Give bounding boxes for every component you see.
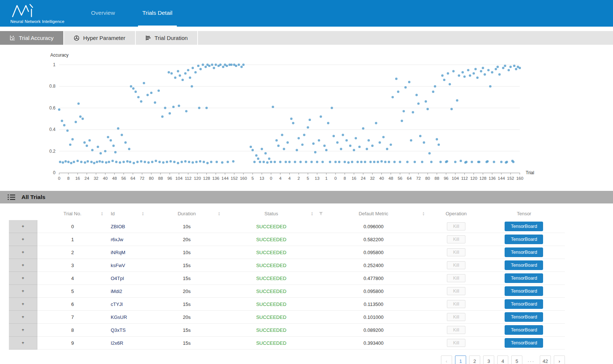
nav-item-trials-detail[interactable]: Trials Detail [138, 0, 177, 27]
svg-text:152: 152 [507, 176, 514, 181]
kill-button[interactable]: Kill [447, 326, 466, 334]
tab-label: Hyper Parameter [83, 35, 125, 41]
pagination-page[interactable]: 42 [540, 355, 551, 364]
expand-row-button[interactable]: + [9, 298, 37, 311]
scatter-point [338, 161, 340, 163]
scatter-point [98, 160, 101, 162]
tensorboard-button[interactable]: TensorBoard [505, 338, 543, 348]
expand-row-button[interactable]: + [9, 259, 37, 272]
sort-icon[interactable]: ▲▼ [218, 212, 220, 216]
scatter-point [240, 66, 243, 68]
scatter-point [177, 162, 179, 164]
svg-text:0: 0 [334, 176, 337, 181]
tensorboard-button[interactable]: TensorBoard [505, 325, 543, 335]
tab-trial-duration[interactable]: Trial Duration [136, 31, 198, 45]
trials-table: Trial No. ▲▼ Id ▲▼ Duration ▲▼ Status ▲▼ [9, 207, 565, 350]
expand-row-button[interactable]: + [9, 337, 37, 350]
tab-hyper-parameter[interactable]: Hyper Parameter [64, 31, 136, 45]
scatter-point [380, 160, 383, 162]
tensorboard-button[interactable]: TensorBoard [505, 312, 543, 322]
col-header-tensor: Tensor [483, 207, 565, 220]
sort-icon[interactable]: ▲▼ [101, 212, 103, 216]
scatter-point [508, 69, 510, 71]
pagination-page[interactable]: 1 [455, 355, 466, 364]
kill-button[interactable]: Kill [447, 222, 466, 230]
scatter-point [391, 96, 394, 98]
pagination-page[interactable]: 5 [511, 355, 522, 364]
tensorboard-button[interactable]: TensorBoard [505, 273, 543, 283]
svg-text:80: 80 [149, 176, 154, 181]
expand-row-button[interactable]: + [9, 233, 37, 246]
tensorboard-button[interactable]: TensorBoard [505, 222, 543, 231]
kill-button[interactable]: Kill [447, 287, 466, 295]
scatter-point [301, 144, 303, 146]
scatter-point [66, 129, 68, 132]
trial-no-cell: 4 [37, 272, 108, 285]
sort-icon[interactable]: ▲▼ [142, 212, 144, 216]
pagination-page[interactable]: 3 [483, 355, 494, 364]
tensorboard-button[interactable]: TensorBoard [505, 247, 543, 257]
scatter-point [364, 161, 366, 163]
scatter-point [179, 74, 181, 77]
sort-icon[interactable]: ▲▼ [422, 212, 425, 216]
svg-text:104: 104 [452, 176, 459, 181]
y-axis-title: Accuracy [50, 53, 68, 58]
kill-button[interactable]: Kill [447, 261, 466, 269]
scatter-point [213, 67, 215, 69]
scatter-point [202, 64, 204, 66]
expand-row-button[interactable]: + [9, 311, 37, 324]
tab-trial-accuracy[interactable]: Trial Accuracy [0, 31, 64, 45]
tensorboard-button[interactable]: TensorBoard [505, 299, 543, 309]
svg-text:112: 112 [185, 176, 191, 181]
accuracy-scatter-chart[interactable]: 00.20.40.60.8108162432404856647280889610… [0, 51, 613, 186]
tensorboard-button[interactable]: TensorBoard [505, 286, 543, 296]
scatter-point [71, 138, 74, 140]
kill-button[interactable]: Kill [447, 248, 466, 256]
expand-row-button[interactable]: + [9, 272, 37, 285]
kill-button[interactable]: Kill [447, 274, 466, 282]
expand-row-button[interactable]: + [9, 285, 37, 298]
kill-button[interactable]: Kill [447, 313, 466, 321]
scatter-point [505, 161, 507, 164]
kill-button[interactable]: Kill [447, 300, 466, 308]
scatter-point [189, 77, 191, 79]
duration-cell: 20s [149, 285, 225, 298]
scatter-point [67, 161, 70, 163]
scatter-point [292, 122, 294, 124]
status-cell: SUCCEEDED [225, 285, 318, 298]
expand-row-button[interactable]: + [9, 220, 37, 233]
scatter-point [504, 65, 506, 67]
tensorboard-button[interactable]: TensorBoard [505, 235, 543, 244]
scatter-point [206, 162, 209, 164]
pagination-page[interactable]: 4 [497, 355, 508, 364]
scatter-chart-icon [10, 35, 15, 41]
scatter-point [161, 115, 164, 118]
scatter-point [235, 65, 237, 67]
scatter-point [222, 66, 224, 68]
kill-button[interactable]: Kill [447, 235, 466, 243]
scatter-point [114, 151, 117, 153]
sort-icon[interactable]: ▲▼ [311, 212, 313, 216]
scatter-point [513, 65, 515, 67]
pagination-prev[interactable]: ‹ [441, 355, 452, 364]
status-cell: SUCCEEDED [225, 311, 318, 324]
scatter-point [199, 160, 201, 162]
scatter-point [283, 148, 285, 150]
scatter-point [185, 110, 187, 112]
expand-row-button[interactable]: + [9, 246, 37, 259]
scatter-point [333, 135, 335, 137]
scatter-point [320, 115, 322, 118]
pagination-next[interactable]: › [554, 355, 565, 364]
expand-row-button[interactable]: + [9, 324, 37, 337]
pagination-ellipsis[interactable]: ··· [525, 355, 537, 364]
scatter-point [347, 161, 350, 164]
tensorboard-button[interactable]: TensorBoard [505, 260, 543, 270]
scatter-point [331, 107, 333, 109]
scatter-point [130, 85, 132, 87]
trial-id-cell: O4TpI [108, 272, 149, 285]
nav-item-overview[interactable]: Overview [87, 0, 119, 27]
svg-text:40: 40 [103, 176, 108, 181]
pagination-page[interactable]: 2 [469, 355, 480, 364]
kill-button[interactable]: Kill [447, 339, 466, 347]
scatter-point [472, 72, 475, 74]
